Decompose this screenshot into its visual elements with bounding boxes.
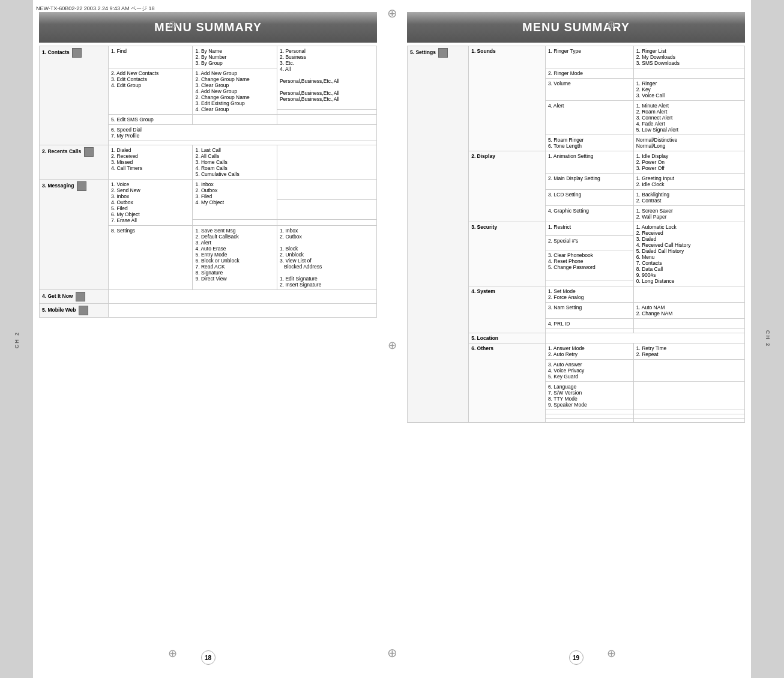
section-settings: 5. Settings <box>408 46 469 423</box>
volume-level3: 1. Ringer2. Key3. Voice Call <box>633 79 744 101</box>
mobileweb-label: 5. Mobile Web <box>42 307 76 313</box>
recents-level1: 1. Dialed2. Received3. Missed4. Call Tim… <box>108 145 193 180</box>
others-filler6 <box>633 419 744 423</box>
messaging-level1-8: 8. Settings <box>108 226 193 290</box>
display-label: 2. Display <box>469 151 546 222</box>
getit-label: 4. Get It Now <box>42 293 73 299</box>
find-item: 1. Find <box>108 46 193 68</box>
recents-label: 2. Recents Calls <box>42 148 81 154</box>
messaging-settings-level2: 1. Save Sent Msg2. Default CallBack3. Al… <box>193 226 277 290</box>
right-label: CH 2 <box>765 330 771 348</box>
contacts-filler <box>108 141 376 145</box>
system-filler2 <box>633 329 744 333</box>
answer-mode: 1. Answer Mode2. Auto Retry <box>545 344 633 360</box>
language: 6. Language7. S/W Version8. TTY Mode9. S… <box>545 382 633 410</box>
ringer-mode: 2. Ringer Mode <box>545 68 633 79</box>
prl: 4. PRL ID <box>545 319 633 329</box>
others-level3-2 <box>633 360 744 382</box>
crosshair-middle: ⊕ <box>388 339 397 352</box>
messaging-level3-3 <box>277 220 376 226</box>
contacts-level3-5 <box>277 115 376 125</box>
messaging-settings-level3: 1. Inbox2. Outbox1. Block2. Unblock3. Vi… <box>277 226 376 290</box>
getit-icon <box>76 292 85 301</box>
content-area: MENU SUMMARY 1. Contacts 1. Find 1. By N… <box>33 0 751 678</box>
gray-band-left: CH 2 <box>0 0 33 678</box>
find-level2: 1. By Name2. By Number3. By Group <box>193 46 277 68</box>
others-filler2 <box>633 410 744 414</box>
volume: 3. Volume <box>545 79 633 101</box>
prl-level3 <box>633 319 744 329</box>
getit-content <box>108 290 376 304</box>
graphic: 4. Graphic Setting <box>545 206 633 222</box>
contacts-label: 1. Contacts <box>42 49 70 55</box>
others-filler5 <box>545 419 633 423</box>
others-filler4 <box>633 414 744 419</box>
recents-level3 <box>277 145 376 180</box>
ringer-mode-level3 <box>633 68 744 79</box>
main-display-level3: 1. Greeting Input2. Idle Clock <box>633 174 744 190</box>
animation: 1. Animation Setting <box>545 151 633 174</box>
left-menu-table: 1. Contacts 1. Find 1. By Name2. By Numb… <box>39 46 377 318</box>
retry-level3: 1. Retry Time2. Repeat <box>633 344 744 360</box>
left-panel-title: MENU SUMMARY <box>39 12 377 43</box>
sms-group <box>277 109 376 114</box>
others-label: 6. Others <box>469 344 546 423</box>
crosshair-bottom-right: ⊕ <box>607 647 616 660</box>
recents-icon <box>84 147 94 157</box>
nam-setting: 3. Nam Setting <box>545 303 633 319</box>
alert-level3: 1. Minute Alert2. Roam Alert3. Connect A… <box>633 101 744 135</box>
gray-band-right: CH 2 <box>751 0 784 678</box>
left-label: CH 2 <box>14 330 20 348</box>
location-label: 5. Location <box>469 333 546 344</box>
left-page-num: 18 <box>201 650 216 665</box>
find-level3: 1. Personal2. Business3. Etc.4. AllPerso… <box>277 46 376 110</box>
speed-dial: 6. Speed Dial7. My Profile <box>108 125 376 141</box>
messaging-level2-3 <box>193 220 277 226</box>
nam-level3: 1. Auto NAM2. Change NAM <box>633 303 744 319</box>
ringer-type-level3: 1. Ringer List2. My Downloads3. SMS Down… <box>633 46 744 68</box>
contacts-level2-5 <box>193 115 277 125</box>
lcd: 3. LCD Setting <box>545 190 633 206</box>
section-recents: 2. Recents Calls <box>40 145 109 180</box>
ringer-type: 1. Ringer Type <box>545 46 633 68</box>
mobileweb-content <box>108 304 376 318</box>
messaging-icon <box>77 181 86 191</box>
animation-level3: 1. Idle Display2. Power On3. Power Off <box>633 151 744 174</box>
section-getit: 4. Get It Now <box>40 290 109 304</box>
settings-label: 5. Settings <box>410 49 436 55</box>
contacts-level1-2: 2. Add New Contacts3. Edit Contacts4. Ed… <box>108 68 193 115</box>
mobileweb-icon <box>79 306 88 315</box>
left-panel: MENU SUMMARY 1. Contacts 1. Find 1. By N… <box>39 12 377 654</box>
recents-level2: 1. Last Call2. All Calls3. Home Calls4. … <box>193 145 277 180</box>
restrict-level3: 1. Automatic Lock2. Received3. Dialed4. … <box>633 222 744 286</box>
location-content <box>545 333 744 344</box>
messaging-level1-1: 1. Voice2. Send New3. Inbox4. Outbox5. F… <box>108 180 193 226</box>
messaging-label: 3. Messaging <box>42 183 74 189</box>
crosshair-top-right: ⊕ <box>607 18 616 31</box>
sounds-label: 1. Sounds <box>469 46 546 151</box>
others-filler3 <box>545 414 633 419</box>
contacts-level2-2: 1. Add New Group2. Change Group Name3. C… <box>193 68 277 115</box>
lcd-level3: 1. Backlighting2. Contrast <box>633 190 744 206</box>
contacts-level1-5: 5. Edit SMS Group <box>108 115 193 125</box>
others-filler1 <box>545 410 633 414</box>
special: 2. Special #'s <box>545 236 633 250</box>
alert: 4. Alert <box>545 101 633 135</box>
contacts-icon <box>72 48 82 58</box>
messaging-level3-2 <box>277 199 376 220</box>
security-label: 3. Security <box>469 222 546 286</box>
section-contacts: 1. Contacts <box>40 46 109 145</box>
set-mode: 1. Set Mode2. Force Analog <box>545 286 633 303</box>
auto-answer: 3. Auto Answer4. Voice Privacy5. Key Gua… <box>545 360 633 382</box>
right-panel-title: MENU SUMMARY <box>407 12 745 43</box>
messaging-level3-1 <box>277 180 376 200</box>
system-level3-1 <box>633 286 744 303</box>
right-page-num: 19 <box>569 650 583 665</box>
crosshair-top-left: ⊕ <box>168 18 177 31</box>
others-level3-3 <box>633 382 744 410</box>
restrict: 1. Restrict <box>545 222 633 236</box>
roam-tone: 5. Roam Ringer6. Tone Length <box>545 135 633 151</box>
crosshair-bottom-left: ⊕ <box>168 647 177 660</box>
settings-icon <box>438 48 448 58</box>
center-divider: ⊕ <box>386 12 398 654</box>
